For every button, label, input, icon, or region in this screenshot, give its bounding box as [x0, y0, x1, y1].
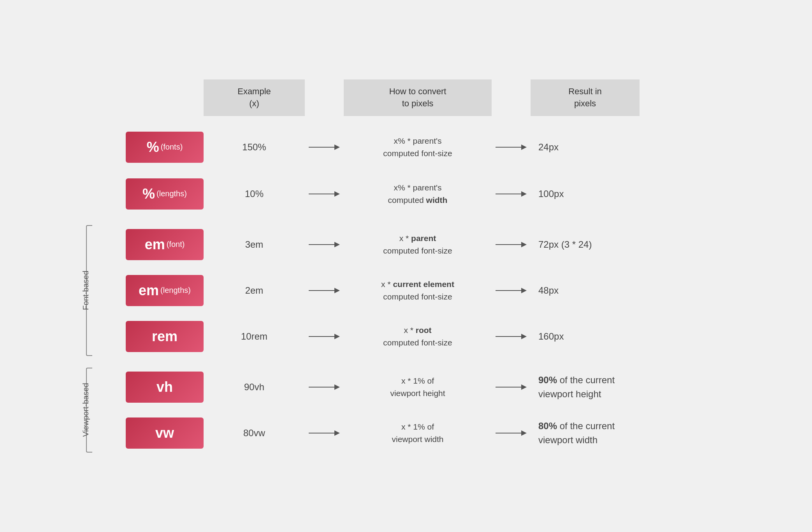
data-row-vw: vw 80vw x * 1% ofviewport width [126, 414, 733, 453]
unit-badge-percent-lengths: % (lengths) [126, 178, 204, 210]
unit-badge-rem: rem [126, 321, 204, 352]
font-label-wrapper: Font-based [79, 225, 126, 356]
arrowhead-3 [334, 191, 340, 197]
viewport-label: Viewport-based [81, 383, 90, 437]
all-rows-wrapper: % (fonts) 150% x% * parent'scomputed fon… [79, 128, 733, 453]
arrow-11 [305, 384, 344, 390]
header-row: Example(x) How to convertto pixels Resul… [79, 79, 733, 116]
example-vh: 90vh [204, 382, 305, 393]
arrow-line-11 [309, 384, 340, 390]
example-percent-fonts: 150% [204, 142, 305, 153]
result-rem: 160px [531, 329, 640, 344]
data-row-percent-lengths: % (lengths) 10% x% * parent'scomputed wi… [126, 174, 733, 213]
viewport-section: Viewport-based vh 90vh x * 1 [79, 368, 733, 453]
arrow-line-12 [496, 384, 527, 390]
arrow-5 [305, 242, 344, 247]
arrowhead-12 [521, 384, 527, 390]
arrow-line-2 [496, 144, 527, 150]
result-em-lengths: 48px [531, 284, 640, 298]
result-percent-lengths: 100px [531, 187, 640, 201]
unit-sub-percent-lengths: (lengths) [156, 189, 187, 198]
unit-name-vh: vh [156, 379, 173, 395]
arrow-12 [492, 384, 531, 390]
arrow-line-body-6 [496, 244, 521, 245]
arrow-9 [305, 334, 344, 339]
arrow-3 [305, 191, 344, 197]
arrowhead-2 [521, 144, 527, 150]
data-row-vh: vh 90vh x * 1% ofviewport height [126, 368, 733, 407]
header-convert: How to convertto pixels [344, 79, 492, 116]
header-result: Result inpixels [531, 79, 640, 116]
unit-name-em-lengths: em [139, 282, 159, 299]
unit-name-percent-lengths: % [142, 186, 155, 202]
unit-badge-percent-fonts: % (fonts) [126, 132, 204, 163]
arrow-2 [492, 144, 531, 150]
arrow-8 [492, 288, 531, 293]
arrow-line-body-8 [496, 290, 521, 291]
row-percent-lengths: % (lengths) 10% x% * parent'scomputed wi… [79, 174, 733, 213]
result-percent-fonts: 24px [531, 140, 640, 154]
result-vh: 90% of the currentviewport height [531, 373, 640, 401]
arrow-line-6 [496, 242, 527, 247]
arrow-10 [492, 334, 531, 339]
example-em-font: 3em [204, 239, 305, 250]
data-row-em-lengths: em (lengths) 2em x * current elementcomp… [126, 271, 733, 310]
example-rem: 10rem [204, 331, 305, 342]
arrowhead-13 [334, 430, 340, 436]
result-em-font: 72px (3 * 24) [531, 238, 640, 252]
arrowhead-14 [521, 430, 527, 436]
arrow-line-body-7 [309, 290, 334, 291]
arrowhead-11 [334, 384, 340, 390]
formula-vw: x * 1% ofviewport width [344, 421, 492, 445]
arrow-line-body-11 [309, 387, 334, 388]
arrowhead-4 [521, 191, 527, 197]
font-section: Font-based em (font) 3em [79, 225, 733, 356]
data-row-percent-fonts: % (fonts) 150% x% * parent'scomputed fon… [126, 128, 733, 167]
unit-badge-vw: vw [126, 417, 204, 449]
formula-percent-fonts: x% * parent'scomputed font-size [344, 135, 492, 159]
arrow-line-body-3 [309, 194, 334, 194]
arrow-line-body-10 [496, 336, 521, 337]
unit-sub-percent-fonts: (fonts) [161, 143, 183, 151]
formula-percent-lengths: x% * parent'scomputed width [344, 181, 492, 206]
example-percent-lengths: 10% [204, 188, 305, 199]
arrow-line-1 [309, 144, 340, 150]
arrow-line-body-9 [309, 336, 334, 337]
arrow-line-body-14 [496, 433, 521, 433]
viewport-label-wrapper: Viewport-based [79, 368, 126, 453]
unit-badge-em-lengths: em (lengths) [126, 275, 204, 306]
data-row-rem: rem 10rem x * rootcomputed font-size [126, 317, 733, 356]
arrowhead-8 [521, 288, 527, 293]
result-vw: 80% of the currentviewport width [531, 419, 640, 447]
arrowhead-1 [334, 144, 340, 150]
arrow-1 [305, 144, 344, 150]
formula-rem: x * rootcomputed font-size [344, 324, 492, 349]
arrow-line-body-2 [496, 147, 521, 148]
arrow-line-4 [496, 191, 527, 197]
example-vw: 80vw [204, 428, 305, 439]
arrow-7 [305, 288, 344, 293]
main-container: Example(x) How to convertto pixels Resul… [56, 64, 756, 468]
unit-name-percent-fonts: % [147, 139, 159, 155]
arrow-line-10 [496, 334, 527, 339]
arrow-line-body-1 [309, 147, 334, 148]
unit-badge-em-font: em (font) [126, 229, 204, 260]
unit-name-rem: rem [152, 328, 178, 345]
arrow-line-13 [309, 430, 340, 436]
formula-vh: x * 1% ofviewport height [344, 375, 492, 399]
arrow-13 [305, 430, 344, 436]
arrow-line-body-13 [309, 433, 334, 433]
arrowhead-9 [334, 334, 340, 339]
unit-sub-em-lengths: (lengths) [160, 286, 191, 295]
unit-name-em-font: em [145, 236, 165, 253]
font-label: Font-based [81, 271, 90, 310]
arrow-line-14 [496, 430, 527, 436]
formula-em-font: x * parentcomputed font-size [344, 232, 492, 257]
unit-sub-em-font: (font) [167, 240, 185, 249]
font-rows: em (font) 3em x * parentcomputed font-si… [126, 225, 733, 356]
unit-badge-vh: vh [126, 372, 204, 403]
arrowhead-10 [521, 334, 527, 339]
data-row-em-font: em (font) 3em x * parentcomputed font-si… [126, 225, 733, 264]
header-example: Example(x) [204, 79, 305, 116]
unit-name-vw: vw [155, 425, 174, 441]
